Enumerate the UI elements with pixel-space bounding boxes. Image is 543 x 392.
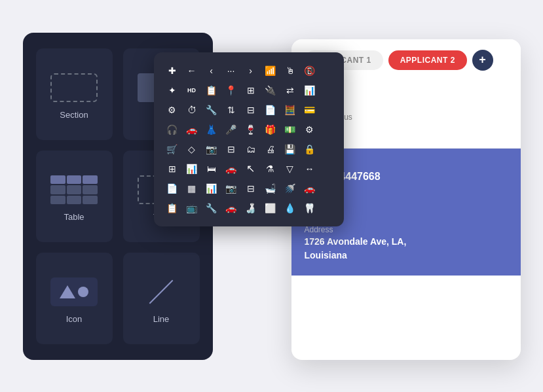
icon-diamond[interactable]: ◇ xyxy=(184,141,200,157)
icon-tv[interactable]: 📺 xyxy=(184,200,200,216)
icon-grid: ✚ ← ‹ ··· › 📶 🖱 📵 ✦ HD 📋 📍 ⊞ 🔌 ⇄ 📊 ⚙ ⏱ 🔧… xyxy=(164,63,333,216)
table-label: Table xyxy=(64,212,84,222)
icon-tool[interactable]: 🔧 xyxy=(204,102,219,118)
component-line[interactable]: Line xyxy=(123,253,200,344)
icon-wrench[interactable]: 🔧 xyxy=(204,200,219,216)
icon-empty xyxy=(322,63,337,79)
icon-signal[interactable]: 📶 xyxy=(263,63,278,79)
icon-minus-box[interactable]: ⊟ xyxy=(243,102,259,118)
icon-shower[interactable]: 🚿 xyxy=(282,181,298,196)
icon-basket[interactable]: 🛒 xyxy=(164,141,180,157)
address-label: Address xyxy=(305,225,333,234)
icon-car2[interactable]: 🚗 xyxy=(223,161,239,177)
icon-empty8 xyxy=(322,200,337,216)
icon-gift[interactable]: 🎁 xyxy=(263,122,278,137)
icon-dress[interactable]: 👗 xyxy=(204,122,219,137)
icon-more[interactable]: ··· xyxy=(223,63,239,79)
icon-headphones[interactable]: 🎧 xyxy=(164,122,180,137)
icon-gear[interactable]: ⚙ xyxy=(164,102,180,118)
table-icon xyxy=(50,175,98,204)
icon-empty6 xyxy=(322,161,337,177)
icon-no-signal[interactable]: 📵 xyxy=(302,63,318,79)
icon-sort[interactable]: ⇅ xyxy=(223,102,239,118)
icon-chart2[interactable]: 📊 xyxy=(184,161,200,177)
icon-location[interactable]: 📍 xyxy=(223,82,239,98)
tab-applicant2-button[interactable]: APPLICANT 2 xyxy=(388,50,467,70)
address-value: 1726 Avondale Ave, LA,Louisiana xyxy=(305,235,508,262)
icon-mouse[interactable]: 🖱 xyxy=(282,63,298,79)
tab-add-button[interactable]: + xyxy=(472,50,493,71)
section-icon xyxy=(50,73,98,102)
icon-drop[interactable]: 💧 xyxy=(282,200,298,216)
icon-picker-panel: ✚ ← ‹ ··· › 📶 🖱 📵 ✦ HD 📋 📍 ⊞ 🔌 ⇄ 📊 ⚙ ⏱ 🔧… xyxy=(154,52,344,226)
address-section: Address 1726 Avondale Ave, LA,Louisiana xyxy=(291,223,521,276)
line-icon xyxy=(138,277,185,306)
icon-arrows-lr[interactable]: ⇄ xyxy=(282,82,298,98)
icon-tooth[interactable]: 🦷 xyxy=(302,200,318,216)
icon-plug[interactable]: 🔌 xyxy=(263,82,278,98)
icon-bar-chart[interactable]: 📊 xyxy=(302,82,318,98)
icon-empty3 xyxy=(322,102,337,118)
icon-label: Icon xyxy=(66,314,83,324)
icon-hd[interactable]: HD xyxy=(184,82,200,98)
icon-empty2 xyxy=(322,82,337,98)
icon-arrow-left[interactable]: ← xyxy=(184,63,200,79)
icon-camera[interactable]: 📷 xyxy=(204,141,219,157)
icon-arrows-h[interactable]: ↔ xyxy=(302,161,318,177)
icon-star[interactable]: ✦ xyxy=(164,82,180,98)
icon-wine[interactable]: 🍷 xyxy=(243,122,259,137)
icon-card[interactable]: 💳 xyxy=(302,102,318,118)
icon-icon xyxy=(50,277,98,306)
icon-calc[interactable]: 🧮 xyxy=(282,102,298,118)
section-label: Section xyxy=(60,110,88,120)
cursor-icon[interactable]: ↖ xyxy=(243,161,259,177)
icon-doc[interactable]: 📄 xyxy=(263,102,278,118)
icon-truck[interactable]: 🚗 xyxy=(223,200,239,216)
icon-car3[interactable]: 🚗 xyxy=(302,181,318,196)
icon-triangle-down[interactable]: ▽ xyxy=(282,161,298,177)
icon-printer[interactable]: 🖨 xyxy=(263,141,278,157)
icon-photo[interactable]: 📷 xyxy=(223,181,239,196)
icon-chevron-right[interactable]: › xyxy=(243,63,259,79)
component-table[interactable]: Table xyxy=(36,151,113,242)
icon-chevron-left[interactable]: ‹ xyxy=(204,63,219,79)
icon-grid2[interactable]: ⊞ xyxy=(164,161,180,177)
icon-receipt[interactable]: 📋 xyxy=(164,200,180,216)
icon-flask[interactable]: ⚗ xyxy=(263,161,278,177)
icon-clipboard[interactable]: 📋 xyxy=(204,82,219,98)
icon-folder[interactable]: 🗂 xyxy=(243,141,259,157)
icon-columns[interactable]: ▦ xyxy=(184,181,200,196)
icon-box[interactable]: ⬜ xyxy=(263,200,278,216)
icon-grid-symbol[interactable]: ⊞ xyxy=(243,82,259,98)
icon-bath[interactable]: 🛁 xyxy=(263,181,278,196)
component-section[interactable]: Section xyxy=(36,48,113,140)
icon-empty5 xyxy=(322,141,337,157)
icon-money[interactable]: 💵 xyxy=(282,122,298,137)
icon-chart3[interactable]: 📊 xyxy=(204,181,219,196)
icon-mic[interactable]: 🎤 xyxy=(223,122,239,137)
icon-empty4 xyxy=(322,122,337,137)
icon-timer[interactable]: ⏱ xyxy=(184,102,200,118)
icon-settings[interactable]: ⚙ xyxy=(302,122,318,137)
icon-minus-sq[interactable]: ⊟ xyxy=(223,141,239,157)
icon-save[interactable]: 💾 xyxy=(282,141,298,157)
icon-box-minus[interactable]: ⊟ xyxy=(243,181,259,196)
icon-lock[interactable]: 🔒 xyxy=(302,141,318,157)
icon-mortar[interactable]: 🍶 xyxy=(243,200,259,216)
component-icon[interactable]: Icon xyxy=(36,253,113,344)
icon-plus[interactable]: ✚ xyxy=(164,63,180,79)
icon-car[interactable]: 🚗 xyxy=(184,122,200,137)
icon-bed[interactable]: 🛏 xyxy=(204,161,219,177)
icon-empty7 xyxy=(322,181,337,196)
icon-doc2[interactable]: 📄 xyxy=(164,181,180,196)
line-label: Line xyxy=(153,314,170,324)
